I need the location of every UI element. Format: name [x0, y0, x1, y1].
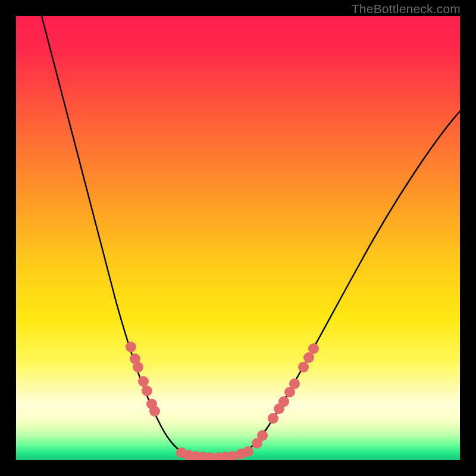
watermark-text: TheBottleneck.com	[352, 2, 461, 16]
svg-rect-0	[16, 16, 460, 460]
chart-background-gradient	[16, 16, 460, 460]
chart-frame	[16, 16, 460, 460]
